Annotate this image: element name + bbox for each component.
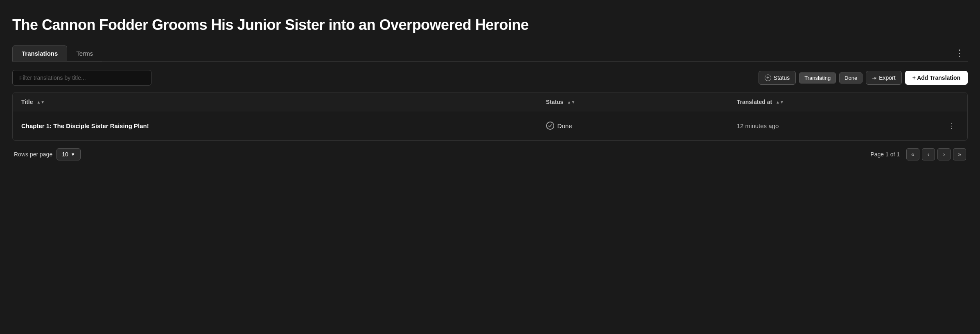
status-text: Done <box>558 122 572 129</box>
export-icon: ⇥ <box>872 75 876 81</box>
rows-per-page-select[interactable]: 10 ▼ <box>56 148 80 160</box>
page-title: The Cannon Fodder Grooms His Junior Sist… <box>12 16 968 34</box>
col-translated-at-label: Translated at <box>737 99 772 105</box>
rows-per-page-value: 10 <box>62 151 68 158</box>
tab-translations[interactable]: Translations <box>12 45 67 61</box>
tabs-bar: Translations Terms <box>12 45 102 61</box>
first-page-button[interactable]: « <box>906 148 919 160</box>
col-status-label: Status <box>546 99 564 105</box>
status-sort-icon: ▲▼ <box>567 100 575 104</box>
translated-at-sort-icon: ▲▼ <box>776 100 784 104</box>
table-header-row: Title ▲▼ Status ▲▼ Translated at ▲▼ <box>13 93 967 111</box>
toolbar: + Status Translating Done ⇥ Export + Add… <box>12 62 968 92</box>
rows-select-chevron-icon: ▼ <box>71 152 75 157</box>
done-circle-icon <box>546 122 554 130</box>
filter-input[interactable] <box>12 70 151 86</box>
prev-page-button[interactable]: ‹ <box>922 148 935 160</box>
col-header-status[interactable]: Status ▲▼ <box>538 93 729 111</box>
row-more-button[interactable]: ⋮ <box>944 120 959 132</box>
translations-table: Title ▲▼ Status ▲▼ Translated at ▲▼ Chap… <box>13 93 967 140</box>
status-button[interactable]: + Status <box>759 71 796 85</box>
row-status: Done <box>538 111 729 140</box>
last-page-button[interactable]: » <box>953 148 966 160</box>
badge-done[interactable]: Done <box>839 72 863 84</box>
col-title-label: Title <box>21 99 33 105</box>
title-sort-icon: ▲▼ <box>36 100 45 104</box>
row-actions-cell: ⋮ <box>919 111 967 140</box>
tabs-row: Translations Terms ⋮ <box>12 45 968 61</box>
rows-per-page-control: Rows per page 10 ▼ <box>14 148 81 160</box>
tab-terms[interactable]: Terms <box>67 46 102 61</box>
translations-table-container: Title ▲▼ Status ▲▼ Translated at ▲▼ Chap… <box>12 92 968 141</box>
col-header-title[interactable]: Title ▲▼ <box>13 93 538 111</box>
export-label: Export <box>879 74 895 81</box>
add-translation-button[interactable]: + Add Translation <box>905 71 968 85</box>
badge-translating[interactable]: Translating <box>799 72 836 84</box>
status-button-label: Status <box>774 74 790 81</box>
rows-per-page-label: Rows per page <box>14 151 52 158</box>
status-done-badge: Done <box>546 122 720 130</box>
page-info: Page 1 of 1 « ‹ › » <box>870 148 966 160</box>
more-options-button[interactable]: ⋮ <box>952 47 968 59</box>
toolbar-right: + Status Translating Done ⇥ Export + Add… <box>759 71 968 85</box>
col-header-actions <box>919 93 967 111</box>
export-button[interactable]: ⇥ Export <box>866 71 901 85</box>
row-title: Chapter 1: The Disciple Sister Raising P… <box>13 111 538 140</box>
pagination-bar: Rows per page 10 ▼ Page 1 of 1 « ‹ › » <box>12 141 968 160</box>
col-header-translated-at[interactable]: Translated at ▲▼ <box>729 93 919 111</box>
table-row: Chapter 1: The Disciple Sister Raising P… <box>13 111 967 140</box>
page-info-text: Page 1 of 1 <box>870 151 900 158</box>
next-page-button[interactable]: › <box>937 148 951 160</box>
row-translated-at: 12 minutes ago <box>729 111 919 140</box>
plus-circle-icon: + <box>765 74 771 81</box>
